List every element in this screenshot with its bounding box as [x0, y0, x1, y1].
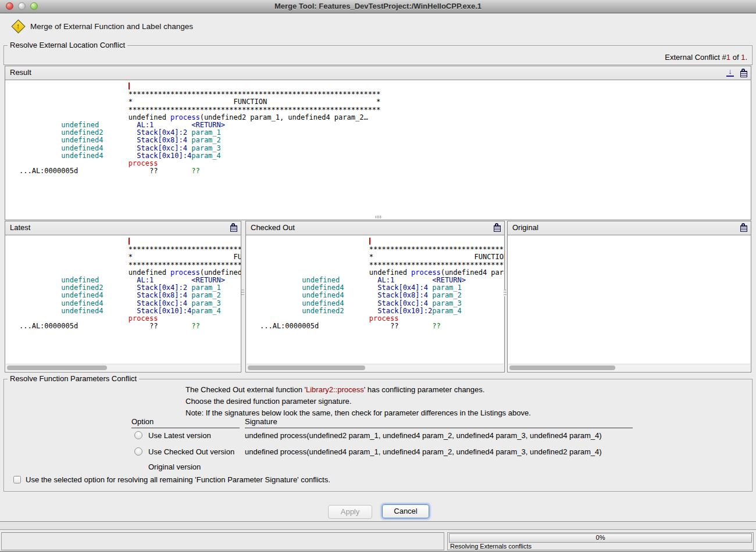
latest-signature: undefined process(undefined2 param_1, un… — [245, 431, 602, 440]
signature-column-header: Signature — [245, 417, 633, 428]
original-listing[interactable] — [508, 235, 751, 364]
use-latest-radio[interactable] — [134, 431, 142, 439]
function-parameters-conflict-label: Resolve Function Parameters Conflict — [8, 374, 139, 383]
result-panel-title: Result — [10, 68, 31, 77]
result-listing[interactable]: ****************************************… — [5, 80, 751, 220]
use-latest-label: Use Latest version — [148, 431, 211, 440]
progress-task-label: Resolving Externals conflicts — [450, 543, 532, 550]
use-for-all-label: Use the selected option for resolving al… — [26, 475, 330, 484]
conflict-counter-mid: of — [730, 53, 741, 62]
external-location-conflict-group: Resolve External Location Conflict Exter… — [3, 45, 753, 65]
apply-button[interactable]: Apply — [328, 505, 372, 519]
use-checked-out-label: Use Checked Out version — [148, 447, 234, 456]
result-panel: Result ↓ *******************************… — [5, 66, 751, 220]
close-button[interactable] — [6, 2, 13, 10]
checked-out-panel-title: Checked Out — [251, 223, 295, 232]
checked-out-panel-header: Checked Out — [246, 221, 504, 235]
progress-panel: 0% Resolving Externals conflicts — [447, 532, 754, 550]
splitter-handle[interactable] — [375, 216, 382, 218]
window-titlebar: Merge Tool: Features_DevTestProject:/Win… — [0, 0, 756, 13]
desc-post: ' has conflicting parameter changes. — [364, 385, 485, 394]
conflict-description: The Checked Out external function 'Libra… — [186, 384, 531, 419]
merge-icon: ↑ — [12, 20, 24, 33]
original-version-label: Original version — [148, 463, 201, 471]
conflict-counter-suffix: . — [745, 53, 747, 62]
result-panel-header: Result ↓ — [5, 66, 751, 80]
latest-listing[interactable]: ****************************************… — [5, 235, 241, 364]
conflict-counter: External Conflict #1 of 1. — [665, 53, 747, 62]
minimize-button[interactable] — [18, 2, 26, 10]
progress-bar: 0% — [449, 533, 752, 543]
desc-pre: The Checked Out external function ' — [186, 385, 306, 394]
conflict-description-line1: The Checked Out external function 'Libra… — [186, 384, 531, 396]
latest-panel-title: Latest — [10, 223, 30, 232]
original-panel-header: Original — [508, 221, 751, 235]
zoom-button[interactable] — [30, 2, 38, 10]
horizontal-scrollbar[interactable] — [508, 364, 750, 371]
lock-icon[interactable] — [740, 223, 747, 232]
scrollbar-thumb[interactable] — [509, 365, 615, 370]
status-strip — [0, 521, 756, 530]
splitter-handle[interactable] — [504, 289, 507, 296]
latest-panel-header: Latest — [5, 221, 241, 235]
latest-panel: Latest *********************************… — [5, 221, 241, 372]
goto-bottom-icon[interactable]: ↓ — [726, 68, 734, 77]
window-title: Merge Tool: Features_DevTestProject:/Win… — [0, 0, 756, 13]
lock-icon[interactable] — [230, 223, 237, 232]
horizontal-scrollbar[interactable] — [247, 364, 504, 371]
merge-icon-arrow: ↑ — [12, 20, 24, 32]
use-for-all-checkbox[interactable] — [13, 476, 21, 483]
scrollbar-thumb[interactable] — [248, 365, 365, 370]
conflict-counter-prefix: External Conflict # — [665, 53, 726, 62]
merge-phase-title: Merge of External Function and Label cha… — [30, 22, 193, 31]
checked-out-listing[interactable]: ****************************************… — [246, 235, 504, 364]
window-controls — [6, 2, 38, 10]
conflict-counter-current: 1 — [726, 53, 730, 62]
scrollbar-thumb[interactable] — [7, 365, 107, 370]
external-location-conflict-label: Resolve External Location Conflict — [8, 41, 127, 49]
use-checked-out-radio[interactable] — [134, 447, 142, 456]
desc-function-name: Library2::process — [306, 385, 364, 394]
option-column-header: Option — [131, 417, 240, 428]
original-panel-title: Original — [512, 223, 539, 232]
original-panel: Original — [507, 221, 751, 372]
status-message-panel — [1, 532, 444, 550]
checked-out-panel: Checked Out ****************************… — [245, 221, 505, 372]
lock-icon[interactable] — [494, 223, 501, 232]
lock-icon[interactable] — [740, 69, 747, 77]
conflict-description-line2: Choose the desired function parameter si… — [186, 396, 531, 407]
splitter-handle[interactable] — [241, 289, 244, 296]
cancel-button[interactable]: Cancel — [382, 504, 429, 518]
function-parameters-conflict-group: Resolve Function Parameters Conflict The… — [3, 379, 753, 492]
horizontal-scrollbar[interactable] — [6, 364, 240, 371]
checked-out-signature: undefined process(undefined4 param_1, un… — [245, 447, 602, 456]
